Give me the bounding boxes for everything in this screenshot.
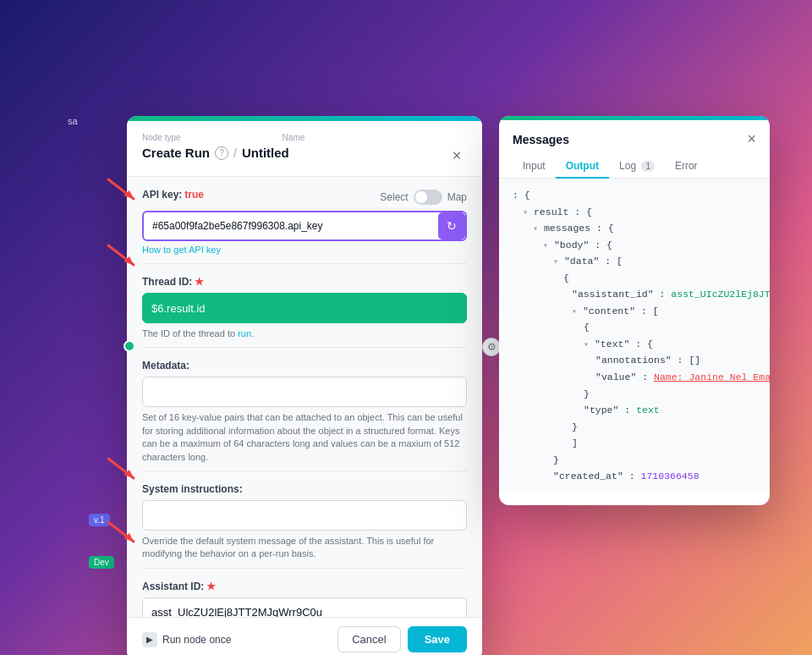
api-key-select-map: Select Map (380, 190, 467, 205)
api-key-select-label: Select (380, 191, 408, 203)
sidebar-sa-label: sa (68, 116, 78, 126)
messages-body: : { ▾ result : { ▾ messages : { ▾ "body"… (499, 179, 770, 492)
help-icon[interactable]: ? (215, 146, 228, 160)
metadata-section: Metadata: Set of 16 key-value pairs that… (142, 348, 467, 471)
get-api-link[interactable]: How to get API key (142, 245, 221, 255)
assistant-id-required: ★ (206, 581, 216, 592)
api-key-section: API key: true Select Map ↻ How to get (142, 177, 467, 264)
create-run-panel: Node type Name Create Run ? / Untitled ×… (127, 116, 482, 655)
messages-title: Messages (513, 133, 569, 146)
run-link[interactable]: run (238, 328, 251, 339)
save-button[interactable]: Save (408, 626, 467, 652)
messages-close-button[interactable]: × (747, 130, 756, 148)
panel-title-row: Create Run ? / Untitled (142, 146, 289, 160)
thread-id-input[interactable] (142, 293, 467, 323)
assistant-id-section: Assistant ID: ★ The ID of the assistant … (142, 569, 467, 617)
metadata-hint: Set of 16 key-value pairs that can be at… (142, 411, 467, 464)
system-instructions-label: System instructions: (142, 483, 467, 495)
api-key-input[interactable] (142, 211, 467, 241)
messages-panel: Messages × Input Output Log 1 Error : { … (499, 116, 770, 505)
refresh-button[interactable]: ↻ (438, 212, 465, 239)
close-button[interactable]: × (447, 146, 467, 166)
node-type-label: Node type (142, 133, 181, 142)
tab-input[interactable]: Input (513, 155, 556, 179)
system-instructions-hint: Override the default system message of t… (142, 535, 467, 561)
tab-log[interactable]: Log 1 (609, 155, 665, 179)
tab-output[interactable]: Output (556, 155, 609, 179)
messages-tabs: Input Output Log 1 Error (499, 148, 770, 179)
api-key-label-row: API key: true Select Map (142, 189, 467, 206)
panel-body: API key: true Select Map ↻ How to get (127, 177, 482, 617)
panel-header-top: Create Run ? / Untitled × (142, 146, 467, 166)
thread-id-label: Thread ID: ★ (142, 276, 467, 288)
run-once-label: Run node once (162, 634, 231, 646)
system-instructions-section: System instructions: Override the defaul… (142, 471, 467, 569)
title-separator: / (233, 146, 237, 160)
messages-header: Messages × (499, 120, 770, 148)
doc-name: Untitled (242, 146, 289, 160)
metadata-label: Metadata: (142, 360, 467, 372)
log-badge: 1 (641, 161, 655, 172)
thread-id-section: Thread ID: ★ The ID of the thread to run… (142, 264, 467, 348)
gear-icon[interactable]: ⚙ (482, 338, 501, 356)
panel-header: Node type Name Create Run ? / Untitled × (127, 121, 482, 177)
thread-id-hint: The ID of the thread to run. (142, 328, 467, 340)
api-key-map-label: Map (447, 191, 467, 203)
assistant-id-input[interactable] (142, 597, 467, 617)
system-instructions-input[interactable] (142, 500, 467, 531)
api-key-label: API key: true (142, 189, 204, 201)
api-key-wrapper: ↻ (142, 211, 467, 241)
panel-title: Create Run (142, 146, 210, 160)
run-icon: ▶ (142, 632, 157, 647)
connector-dot (123, 340, 135, 352)
footer-right: Cancel Save (337, 626, 467, 652)
cancel-button[interactable]: Cancel (337, 626, 400, 652)
run-once-button[interactable]: ▶ Run node once (142, 632, 231, 647)
panel-footer: ▶ Run node once Cancel Save (127, 617, 482, 655)
assistant-id-label: Assistant ID: ★ (142, 581, 467, 592)
sidebar-dev-label: Dev (89, 556, 114, 569)
api-key-toggle[interactable] (414, 190, 442, 205)
api-key-required: true (184, 189, 204, 201)
metadata-input[interactable] (142, 377, 467, 407)
name-label-header: Name (283, 133, 305, 142)
thread-id-required: ★ (195, 276, 204, 288)
tab-error[interactable]: Error (665, 155, 708, 179)
